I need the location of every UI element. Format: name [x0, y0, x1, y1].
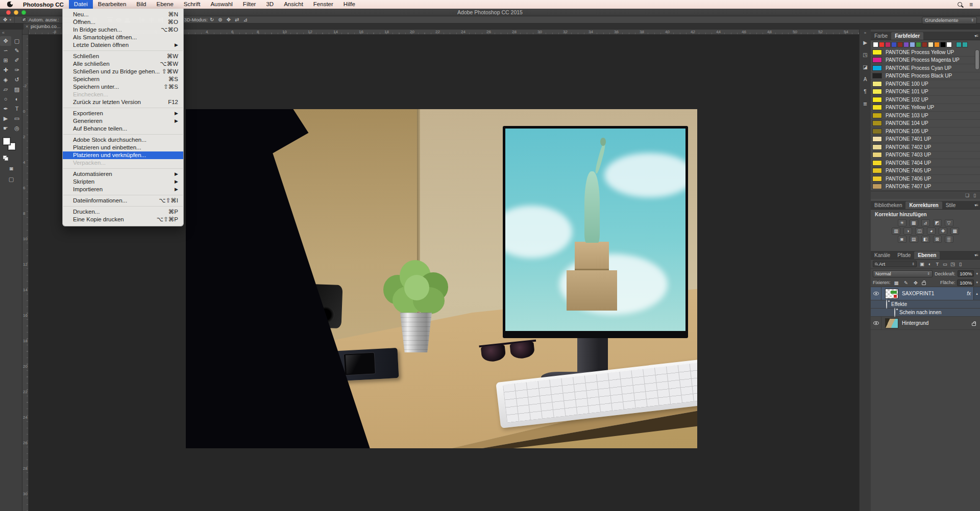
layer-effect-row[interactable]: Effekte [871, 300, 980, 309]
slide-3d-icon[interactable]: ⇄ [235, 17, 239, 22]
file-menu-item-exportieren[interactable]: Exportieren▶ [63, 110, 183, 117]
filter-adjustment-layers-icon[interactable]: ◐ [926, 261, 934, 267]
blend-mode-dropdown[interactable]: Normal⇕ [873, 270, 933, 277]
swatch-row[interactable]: PANTONE 102 UP [871, 96, 980, 104]
swatch-row[interactable]: PANTONE 104 UP [871, 120, 980, 128]
delete-swatch-icon[interactable]: ▯ [973, 193, 976, 198]
swatch-row[interactable]: PANTONE Process Black UP [871, 72, 980, 81]
layer-filter-dropdown[interactable]: Art ⇕ [873, 261, 917, 267]
menubar-item-auswahl[interactable]: Auswahl [205, 0, 237, 9]
foreground-background-colors[interactable] [3, 137, 20, 154]
type-tool[interactable]: T [11, 104, 22, 114]
foreground-color-swatch[interactable] [3, 137, 11, 145]
tool-preset-chevron-icon[interactable]: ▾ [9, 18, 11, 22]
pan-3d-icon[interactable]: ✥ [227, 17, 231, 22]
masks-panel-icon[interactable]: ◪ [860, 61, 871, 73]
swatch-row[interactable]: PANTONE 7406 UP [871, 175, 980, 183]
lock-transparency-icon[interactable]: ▦ [893, 280, 900, 286]
clipboard-panel-icon[interactable]: ◳ [860, 49, 871, 61]
close-document-icon[interactable]: × [26, 23, 29, 30]
zoom-tool[interactable]: ◎ [11, 123, 22, 133]
color-swatch[interactable] [946, 42, 952, 47]
tab-korrekturen[interactable]: Korrekturen [905, 201, 942, 209]
selective-color-icon[interactable]: ⊠ [933, 236, 942, 243]
menubar-app-name[interactable]: Photoshop CC [18, 2, 69, 8]
curves-icon[interactable]: ⊿ [921, 219, 930, 226]
pen-tool[interactable]: ✒ [0, 104, 11, 114]
swatch-row[interactable]: PANTONE Process Yellow UP [871, 48, 980, 57]
photo-filter-icon[interactable]: ◕ [927, 227, 936, 235]
file-menu-item-generieren[interactable]: Generieren▶ [63, 117, 183, 125]
menubar-item-filter[interactable]: Filter [238, 0, 261, 9]
file-menu-item-adobe-stock-durchsuchen-[interactable]: Adobe Stock durchsuchen... [63, 136, 183, 144]
default-colors-icon[interactable] [3, 156, 8, 161]
file-menu-item-speichern-unter-[interactable]: Speichern unter...⇧⌘S [63, 83, 183, 91]
shape-tool[interactable]: ▭ [11, 114, 22, 123]
color-swatch[interactable] [922, 42, 927, 47]
filter-smart-objects-icon[interactable]: ◳ [949, 261, 957, 267]
color-swatch[interactable] [903, 42, 909, 47]
file-menu-item-platzieren-und-verkn-pfen-[interactable]: Platzieren und verknüpfen... [63, 151, 183, 159]
lock-all-icon[interactable] [922, 282, 926, 285]
tab-bibliotheken[interactable]: Bibliotheken [871, 201, 905, 209]
quick-mask-icon[interactable]: ◙ [0, 165, 22, 171]
collapse-effects-icon[interactable]: ▴ [973, 287, 980, 300]
opacity-value[interactable]: 100% [958, 270, 974, 277]
crop-tool[interactable]: ⊞ [0, 56, 11, 65]
brush-tool[interactable]: ✑ [11, 65, 22, 75]
swatch-row[interactable]: PANTONE Process Magenta UP [871, 57, 980, 65]
menubar-item-hilfe[interactable]: Hilfe [338, 0, 360, 9]
screen-mode-icon[interactable]: ▢ [0, 176, 22, 183]
auto-select-checkbox[interactable]: ✓ [22, 17, 27, 22]
color-swatch[interactable] [879, 42, 885, 47]
channel-mixer-icon[interactable]: ❖ [939, 227, 947, 235]
tab-farbfelder[interactable]: Farbfelder [891, 32, 923, 40]
gradient-map-icon[interactable]: ▒ [945, 236, 953, 243]
tab-farbe[interactable]: Farbe [871, 32, 891, 40]
swatch-row[interactable]: PANTONE 7405 UP [871, 167, 980, 175]
marquee-tool[interactable]: ▢ [11, 36, 22, 46]
swatch-row[interactable]: PANTONE 7404 UP [871, 159, 980, 167]
tab-stile[interactable]: Stile [942, 201, 959, 209]
file-menu-item-zur-ck-zur-letzten-version[interactable]: Zurück zur letzten VersionF12 [63, 98, 183, 106]
menubar-item-bearbeiten[interactable]: Bearbeiten [93, 0, 132, 9]
file-menu-item-neu-[interactable]: Neu...⌘N [63, 11, 183, 18]
lock-position-icon[interactable]: ✥ [912, 280, 920, 286]
swatch-row[interactable]: PANTONE Process Cyan UP [871, 64, 980, 72]
blur-tool[interactable]: ○ [0, 94, 11, 104]
file-menu-item-als-smartobjekt-ffnen-[interactable]: Als Smartobjekt öffnen... [63, 34, 183, 41]
tab-pfade[interactable]: Pfade [894, 251, 914, 259]
layer-row-saxoprint1[interactable]: SAXOPRINT1fx▴ [871, 287, 980, 300]
collapse-tools-icon[interactable]: « [0, 30, 22, 36]
vibrance-icon[interactable]: ▽ [945, 219, 953, 226]
swatch-row[interactable]: PANTONE 7402 UP [871, 143, 980, 151]
color-swatch[interactable] [873, 42, 878, 47]
color-swatch[interactable] [928, 42, 934, 47]
menubar-item-fenster[interactable]: Fenster [308, 0, 338, 9]
file-menu-item-in-bridge-suchen-[interactable]: In Bridge suchen...⌥⌘O [63, 26, 183, 34]
swatch-row[interactable]: PANTONE 7401 UP [871, 136, 980, 144]
dock-expand-icon[interactable]: » [860, 30, 871, 37]
opacity-chevron-icon[interactable]: ▾ [976, 272, 978, 276]
menubar-item-schrift[interactable]: Schrift [179, 0, 206, 9]
filter-toggle-icon[interactable]: ▯ [957, 261, 964, 267]
menubar-item-ansicht[interactable]: Ansicht [279, 0, 308, 9]
color-swatch[interactable] [897, 42, 903, 47]
swatch-row[interactable]: PANTONE 7403 UP [871, 151, 980, 160]
color-swatch[interactable] [885, 42, 891, 47]
menubar-item-3d[interactable]: 3D [261, 0, 279, 9]
file-menu-item-importieren[interactable]: Importieren▶ [63, 186, 183, 193]
layer-row-hintergrund[interactable]: Hintergrund [871, 317, 980, 330]
color-balance-icon[interactable]: ◑ [903, 227, 912, 235]
paragraph-panel-icon[interactable]: ¶ [860, 86, 871, 98]
swatch-row[interactable]: PANTONE Yellow UP [871, 104, 980, 112]
scale-3d-icon[interactable]: ⊿ [243, 17, 247, 22]
workspace-switcher[interactable]: Grundelemente⇕ [922, 17, 977, 24]
invert-icon[interactable]: ◙ [898, 236, 906, 243]
black-white-icon[interactable]: ◫ [915, 227, 924, 235]
color-swatch[interactable] [910, 42, 915, 47]
visibility-toggle[interactable] [871, 317, 881, 329]
file-menu-item-drucken-[interactable]: Drucken...⌘P [63, 208, 183, 216]
levels-icon[interactable]: ▦ [910, 219, 918, 226]
file-menu-item-speichern[interactable]: Speichern⌘S [63, 75, 183, 83]
